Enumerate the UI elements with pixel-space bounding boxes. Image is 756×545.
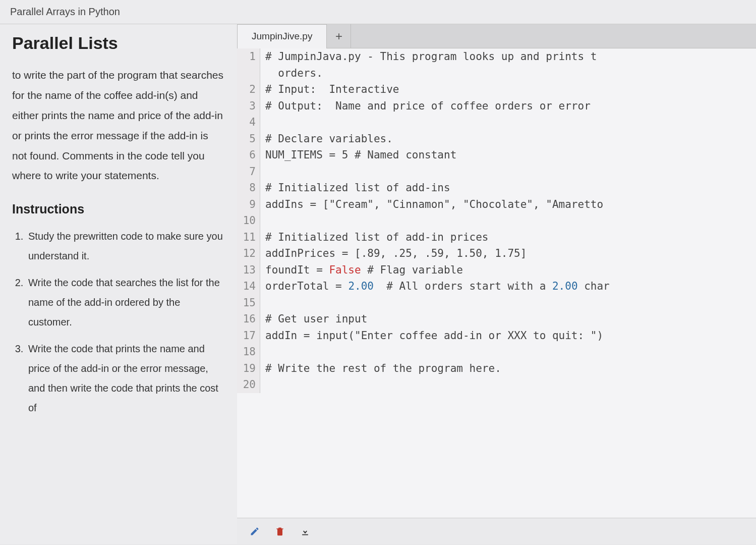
line-number: 7 [237,164,256,180]
code-content[interactable]: # JumpinJava.py - This program looks up … [260,48,756,393]
delete-icon[interactable] [274,526,285,537]
line-number: 4 [237,114,256,131]
code-line[interactable]: # Get user input [265,311,756,328]
line-number: 2 [237,81,256,98]
download-icon[interactable] [300,526,311,537]
instruction-item: Write the code that prints the name and … [26,339,225,418]
line-number: 11 [237,229,256,246]
line-number [237,65,256,82]
code-line[interactable]: NUM_ITEMS = 5 # Named constant [265,147,756,164]
code-line[interactable] [265,212,756,229]
main-container: Parallel Lists to write the part of the … [0,24,756,544]
file-tab-active[interactable]: JumpinJive.py [237,24,327,48]
line-number: 8 [237,180,256,196]
editor-panel: JumpinJive.py + 123456789101112131415161… [237,24,756,544]
code-line[interactable]: orderTotal = 2.00 # All orders start wit… [265,278,756,295]
line-number: 3 [237,98,256,115]
code-line[interactable]: # Initialized list of add-ins [265,180,756,196]
line-number-gutter: 1234567891011121314151617181920 [237,48,260,393]
line-number: 17 [237,328,256,344]
code-line[interactable] [265,114,756,131]
line-number: 18 [237,344,256,360]
code-line[interactable]: addIns = ["Cream", "Cinnamon", "Chocolat… [265,196,756,213]
plus-icon: + [335,29,342,43]
code-line[interactable] [265,164,756,180]
tab-label: JumpinJive.py [252,31,312,42]
line-number: 20 [237,376,256,393]
line-number: 1 [237,48,256,65]
tab-bar: JumpinJive.py + [237,24,756,48]
line-number: 15 [237,295,256,311]
code-line[interactable]: # Declare variables. [265,131,756,147]
code-editor[interactable]: 1234567891011121314151617181920 # Jumpin… [237,48,756,518]
line-number: 16 [237,311,256,328]
description-text: to write the part of the program that se… [12,65,225,186]
line-number: 6 [237,147,256,164]
code-line[interactable] [265,295,756,311]
code-line[interactable]: # JumpinJava.py - This program looks up … [265,48,756,65]
instructions-panel: Parallel Lists to write the part of the … [0,24,237,544]
code-line[interactable]: addIn = input("Enter coffee add-in or XX… [265,328,756,344]
line-number: 14 [237,278,256,295]
editor-toolbar [237,518,756,544]
new-tab-button[interactable]: + [327,24,351,48]
line-number: 13 [237,262,256,279]
page-title: Parallel Lists [12,33,225,53]
code-line[interactable]: orders. [265,65,756,82]
code-line[interactable]: foundIt = False # Flag variable [265,262,756,279]
code-line[interactable]: # Write the rest of the program here. [265,360,756,377]
code-line[interactable] [265,344,756,360]
breadcrumb: Parallel Arrays in Python [0,0,756,24]
code-line[interactable]: # Output: Name and price of coffee order… [265,98,756,115]
code-line[interactable]: # Initialized list of add-in prices [265,229,756,246]
instruction-item: Study the prewritten code to make sure y… [26,227,225,266]
code-line[interactable]: addInPrices = [.89, .25, .59, 1.50, 1.75… [265,245,756,262]
code-line[interactable]: # Input: Interactive [265,81,756,98]
edit-icon[interactable] [249,526,260,537]
code-line[interactable] [265,376,756,393]
instructions-list: Study the prewritten code to make sure y… [12,227,225,418]
instructions-heading: Instructions [12,202,225,216]
line-number: 5 [237,131,256,147]
instruction-item: Write the code that searches the list fo… [26,273,225,332]
breadcrumb-text: Parallel Arrays in Python [10,6,120,17]
line-number: 19 [237,360,256,377]
line-number: 12 [237,245,256,262]
line-number: 10 [237,212,256,229]
line-number: 9 [237,196,256,213]
